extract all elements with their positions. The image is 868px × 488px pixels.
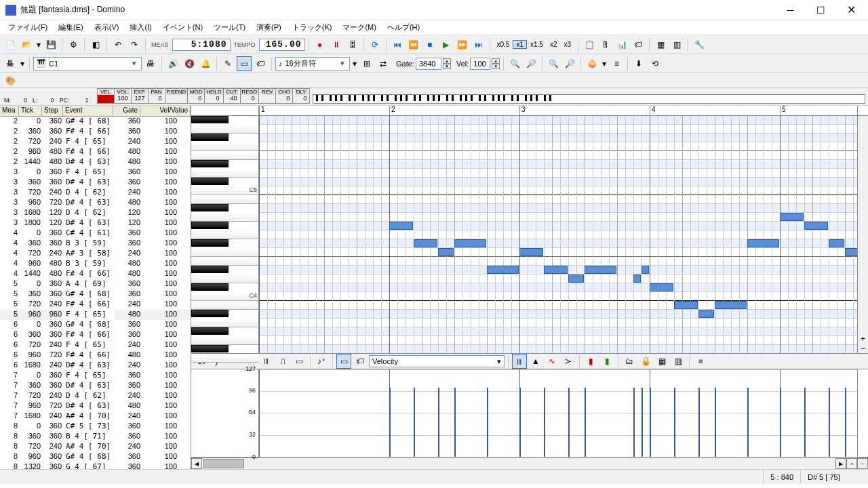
vzoom-button[interactable]: 🔎 xyxy=(562,56,577,71)
align-button[interactable]: ≡ xyxy=(609,56,624,71)
table-row[interactable]: 2960480F# 4 [ 66]480100 xyxy=(0,147,191,157)
forward-end-button[interactable]: ⏭ xyxy=(471,37,486,52)
table-row[interactable]: 30360F 4 [ 65]360100 xyxy=(0,167,191,178)
table-row[interactable]: 4960480B 3 [ 59]480100 xyxy=(0,259,191,269)
note-dropdown[interactable]: ▾ xyxy=(351,56,358,71)
hzoom-in[interactable]: + xyxy=(846,458,857,469)
table-row[interactable]: 5960960F 4 [ 65]480100 xyxy=(0,310,191,320)
table-row[interactable]: 3960720D# 4 [ 63]480100 xyxy=(0,198,191,208)
menu-トラック[interactable]: トラック(K) xyxy=(287,21,338,34)
menu-挿入[interactable]: 挿入(I) xyxy=(124,21,157,34)
hzoom-out[interactable]: − xyxy=(857,458,868,469)
table-row[interactable]: 8720240A# 4 [ 70]240100 xyxy=(0,442,191,452)
new-file-button[interactable]: 📄 xyxy=(3,37,18,52)
velocity-bar[interactable] xyxy=(804,388,806,457)
import-button[interactable]: ⬇ xyxy=(631,56,646,71)
velocity-bar[interactable] xyxy=(829,388,830,457)
note[interactable] xyxy=(585,266,616,274)
note[interactable] xyxy=(829,239,844,247)
erase-tool[interactable]: 🏷 xyxy=(253,56,268,71)
rewind-button[interactable]: ⏪ xyxy=(406,37,421,52)
cc-bars-view[interactable]: ⫼ xyxy=(512,354,527,369)
velocity-bar[interactable] xyxy=(544,388,545,457)
grid1-button[interactable]: ▦ xyxy=(653,37,668,52)
cc-grid2-icon[interactable]: ▥ xyxy=(671,354,686,369)
settings-button[interactable]: 🔧 xyxy=(692,37,707,52)
table-row[interactable]: 31680120D 4 [ 62]120100 xyxy=(0,208,191,218)
record-button[interactable]: ● xyxy=(313,37,328,52)
table-row[interactable]: 70360F 4 [ 65]360100 xyxy=(0,371,191,381)
forward-button[interactable]: ⏩ xyxy=(455,37,470,52)
scroll-right-button[interactable]: ▶ xyxy=(835,458,846,469)
cc-rand-tool[interactable]: Ⲽ xyxy=(259,354,274,369)
print-dropdown[interactable]: ▾ xyxy=(19,56,26,71)
maximize-button[interactable]: ☐ xyxy=(806,1,836,20)
table-row[interactable]: 4360360B 3 [ 59]360100 xyxy=(0,239,191,249)
hscroll-thumb[interactable] xyxy=(203,459,244,468)
velocity-bar[interactable] xyxy=(389,388,391,457)
table-row[interactable]: 6720240F 4 [ 65]240100 xyxy=(0,340,191,350)
zoom-x0.5[interactable]: x0.5 xyxy=(494,40,513,49)
link-button[interactable]: ⇄ xyxy=(376,56,391,71)
panic-button[interactable]: 🎛 xyxy=(345,37,360,52)
track-props-button[interactable]: 🖶 xyxy=(143,56,158,71)
note[interactable] xyxy=(674,301,698,309)
save-button[interactable]: 💾 xyxy=(43,37,58,52)
piano-keyboard[interactable]: C5C4 xyxy=(191,116,259,353)
cc-link-tool[interactable]: ♪⁺ xyxy=(314,354,329,369)
print-button[interactable]: 🖶 xyxy=(3,56,18,71)
param-cho[interactable]: CHO0 xyxy=(276,88,293,104)
table-row[interactable]: 40360C# 4 [ 61]360100 xyxy=(0,228,191,239)
zoomout-button[interactable]: 🔎 xyxy=(524,56,538,71)
record-pause-button[interactable]: ⏸ xyxy=(329,37,344,52)
minimize-button[interactable]: ─ xyxy=(775,1,806,20)
table-row[interactable]: 6960720F# 4 [ 66]480100 xyxy=(0,350,191,361)
velocity-bar[interactable] xyxy=(747,388,749,457)
onion-dropdown[interactable]: ▾ xyxy=(601,56,608,71)
rewind-start-button[interactable]: ⏮ xyxy=(390,37,405,52)
note[interactable] xyxy=(389,222,413,230)
gate-spinner[interactable]: ▲▼ xyxy=(443,58,451,69)
table-row[interactable]: 41440480F# 4 [ 66]480100 xyxy=(0,269,191,279)
play-button[interactable]: ▶ xyxy=(439,37,454,52)
tempo-map-button[interactable]: 📊 xyxy=(614,37,629,52)
note[interactable] xyxy=(519,248,543,256)
hscroll[interactable]: ◀ ▶ + − xyxy=(191,458,868,469)
menu-演奏[interactable]: 演奏(P) xyxy=(251,21,287,34)
undo-button[interactable]: ↶ xyxy=(111,37,125,52)
velocity-bar[interactable] xyxy=(414,388,415,457)
menu-編集[interactable]: 編集(E) xyxy=(53,21,89,34)
param-hold[interactable]: HOLD0 xyxy=(205,88,223,104)
vel-input[interactable]: 100 xyxy=(470,58,490,70)
velocity-bar[interactable] xyxy=(438,388,439,457)
velocity-bar[interactable] xyxy=(585,388,586,457)
param-reso[interactable]: RESO0 xyxy=(241,88,260,104)
track-combo[interactable]: 🎹 C1 ▾ xyxy=(33,57,142,70)
velocity-bar[interactable] xyxy=(650,388,651,457)
cc-grid[interactable] xyxy=(259,369,857,457)
close-button[interactable]: ✕ xyxy=(836,1,867,20)
open-dropdown[interactable]: ▾ xyxy=(35,37,42,52)
cc-block-tool[interactable]: ▭ xyxy=(292,354,307,369)
param-dly[interactable]: DLY0 xyxy=(293,88,310,104)
mute-button[interactable]: 🔇 xyxy=(182,56,197,71)
table-row[interactable]: 3360360D# 4 [ 63]360100 xyxy=(0,178,191,188)
table-row[interactable]: 3720240D 4 [ 62]240100 xyxy=(0,188,191,198)
velocity-bar[interactable] xyxy=(519,388,521,457)
menu-表示[interactable]: 表示(V) xyxy=(89,21,125,34)
note[interactable] xyxy=(650,283,673,291)
table-row[interactable]: 7960720D# 4 [ 63]480100 xyxy=(0,401,191,411)
cc-grid-icon[interactable]: ▦ xyxy=(654,354,669,369)
loop-button[interactable]: ⟳ xyxy=(368,37,382,52)
note-length-combo[interactable]: ♪ 16分音符 ▾ xyxy=(275,57,350,70)
note[interactable] xyxy=(438,248,454,256)
menu-ヘルプ[interactable]: ヘルプ(H) xyxy=(382,21,425,34)
open-file-button[interactable]: 📂 xyxy=(19,37,34,52)
cc-vscroll[interactable] xyxy=(857,369,868,457)
solo-button[interactable]: 🔊 xyxy=(165,56,180,71)
table-row[interactable]: 2360360F# 4 [ 66]360100 xyxy=(0,127,191,137)
menu-ファイル[interactable]: ファイル(F) xyxy=(3,21,53,34)
menu-マーク[interactable]: マーク(M) xyxy=(337,21,382,34)
scroll-left-button[interactable]: ◀ xyxy=(191,458,202,469)
zoom-x1.5[interactable]: x1.5 xyxy=(527,40,547,49)
